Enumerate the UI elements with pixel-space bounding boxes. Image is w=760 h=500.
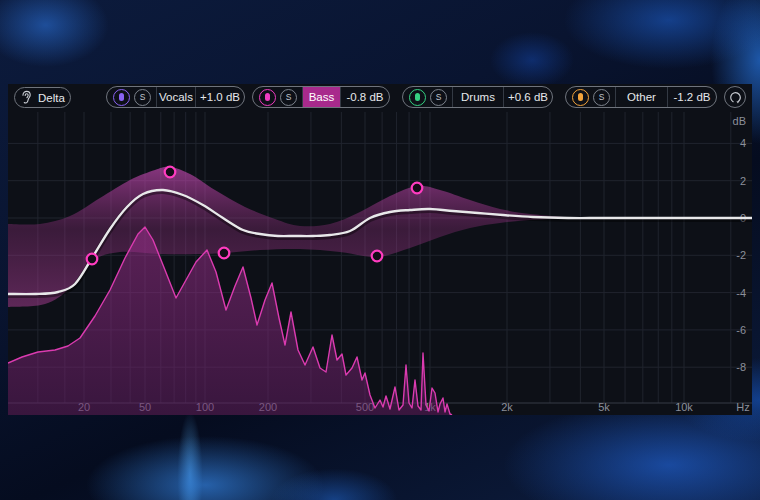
- fader-icon: [119, 93, 124, 102]
- circular-arrow-icon: [728, 90, 743, 105]
- fader-icon: [265, 93, 270, 102]
- eq-node-handle[interactable]: [165, 167, 176, 178]
- svg-text:Hz: Hz: [736, 401, 749, 413]
- channel-strip-drums: S Drums +0.6 dB: [402, 86, 553, 108]
- svg-text:dB: dB: [733, 115, 746, 127]
- svg-text:5k: 5k: [598, 401, 610, 413]
- channel-name-bass[interactable]: Bass: [303, 87, 340, 107]
- svg-text:10k: 10k: [675, 401, 693, 413]
- channel-gain-other[interactable]: -1.2 dB: [668, 87, 716, 107]
- eq-node-handle[interactable]: [87, 254, 98, 265]
- ear-icon: [20, 90, 33, 105]
- channel-name-vocals[interactable]: Vocals: [157, 87, 195, 107]
- svg-text:-6: -6: [736, 324, 746, 336]
- channel-gain-bass[interactable]: -0.8 dB: [341, 87, 389, 107]
- channel-enable-icon[interactable]: [259, 89, 276, 106]
- channel-gain-vocals[interactable]: +1.0 dB: [196, 87, 244, 107]
- svg-text:-8: -8: [736, 361, 746, 373]
- svg-text:2: 2: [740, 175, 746, 187]
- delta-button[interactable]: Delta: [14, 87, 71, 108]
- channel-enable-icon[interactable]: [113, 89, 130, 106]
- channel-strip-bass: S Bass -0.8 dB: [252, 86, 390, 108]
- svg-text:-4: -4: [736, 287, 746, 299]
- channel-gain-drums[interactable]: +0.6 dB: [504, 87, 552, 107]
- reset-button[interactable]: [724, 86, 746, 108]
- channel-strip-vocals: S Vocals +1.0 dB: [106, 86, 245, 108]
- toolbar: Delta S Vocals +1.0 dB S Bass -0.8 dB: [8, 84, 752, 111]
- solo-icon[interactable]: S: [593, 89, 610, 106]
- channel-name-other[interactable]: Other: [616, 87, 667, 107]
- solo-icon[interactable]: S: [430, 89, 447, 106]
- svg-text:-2: -2: [736, 249, 746, 261]
- channel-strip-other: S Other -1.2 dB: [565, 86, 717, 108]
- channel-enable-icon[interactable]: [409, 89, 426, 106]
- channel-name-drums[interactable]: Drums: [453, 87, 503, 107]
- delta-label: Delta: [38, 92, 65, 104]
- plugin-window: 20501002005001k2k5k10kHz420-2-4-6-8dB De…: [8, 84, 752, 415]
- svg-text:2k: 2k: [501, 401, 513, 413]
- eq-plot[interactable]: 20501002005001k2k5k10kHz420-2-4-6-8dB: [8, 84, 752, 415]
- svg-text:4: 4: [740, 137, 746, 149]
- eq-node-handle[interactable]: [219, 248, 230, 259]
- fader-icon: [415, 93, 420, 102]
- fader-icon: [578, 93, 583, 102]
- solo-icon[interactable]: S: [134, 89, 151, 106]
- eq-node-handle[interactable]: [372, 251, 383, 262]
- channel-enable-icon[interactable]: [572, 89, 589, 106]
- solo-icon[interactable]: S: [280, 89, 297, 106]
- eq-node-handle[interactable]: [412, 183, 423, 194]
